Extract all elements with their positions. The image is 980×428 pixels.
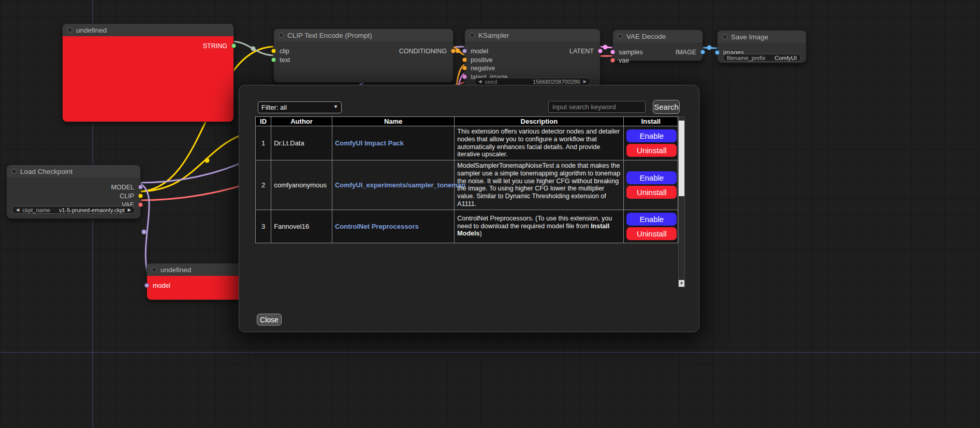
positive-input-dot[interactable] [462, 57, 467, 62]
string-output-label: STRING [203, 42, 227, 50]
filename-prefix-widget[interactable]: filename_prefix ComfyUI [723, 54, 801, 62]
filter-select[interactable]: Filter: all [258, 101, 342, 113]
latent-output-dot[interactable] [598, 49, 603, 53]
collapse-icon[interactable] [67, 27, 72, 33]
scroll-down-arrow-icon[interactable]: ▼ [679, 280, 684, 287]
table-scrollbar[interactable]: ▼ [678, 116, 685, 287]
scrollbar-thumb[interactable] [679, 121, 684, 196]
node-title-bar[interactable]: Load Checkpoint [7, 165, 140, 178]
extension-name-link[interactable]: ComfyUI Impact Pack [335, 139, 404, 147]
model-output-label: MODEL [111, 184, 134, 191]
node-title-bar[interactable]: KSampler [465, 29, 600, 41]
node-graph-canvas[interactable]: undefined STRING CLIP Text Encode (Promp… [0, 0, 980, 428]
node-undefined-top[interactable]: undefined STRING [62, 23, 234, 122]
vae-input-dot[interactable] [610, 58, 615, 63]
model-input-label: model [153, 282, 170, 289]
vae-output-dot[interactable] [138, 202, 143, 207]
collapse-icon[interactable] [152, 267, 157, 272]
arrow-right-icon[interactable]: ▶ [583, 80, 587, 84]
images-input-dot[interactable] [715, 50, 720, 55]
string-output-slot: STRING [63, 42, 233, 50]
extension-id: 3 [256, 210, 271, 243]
collapse-icon[interactable] [722, 34, 727, 39]
node-title-text: undefined [160, 266, 191, 274]
header-author: Author [271, 117, 332, 126]
description-text: ControlNet Preprocessors. (To use this e… [457, 215, 612, 230]
node-clip-text-encode[interactable]: CLIP Text Encode (Prompt) clip text COND… [273, 28, 454, 83]
search-button[interactable]: Search [653, 100, 680, 114]
enable-button[interactable]: Enable [626, 171, 677, 184]
latent-output-label: LATENT [569, 48, 594, 55]
arrow-left-icon[interactable]: ◀ [16, 208, 19, 212]
uninstall-button[interactable]: Uninstall [626, 186, 677, 199]
conditioning-output-dot[interactable] [451, 49, 456, 53]
extension-install-cell: Enable Uninstall [624, 126, 678, 160]
node-load-checkpoint[interactable]: Load Checkpoint MODEL CLIP VAE ◀ ckpt_na… [6, 165, 141, 219]
wire-midpoint-dot [603, 45, 608, 50]
enable-button[interactable]: Enable [626, 213, 677, 226]
node-title-bar[interactable]: VAE Decode [613, 30, 703, 42]
node-title-bar[interactable]: Save Image [718, 31, 806, 43]
wire-midpoint-dot [456, 49, 460, 53]
ckpt-name-value: v1-5-pruned-emaonly.ckpt [53, 207, 125, 213]
collapse-icon[interactable] [279, 33, 284, 38]
node-ksampler[interactable]: KSampler model positive negative latent_… [464, 28, 601, 87]
positive-input-slot: positive [465, 56, 600, 64]
clip-output-slot: CLIP [7, 192, 140, 200]
negative-input-label: negative [471, 65, 495, 72]
description-text: ModelSamplerTonemapNoiseTest a node that… [457, 162, 620, 208]
extension-description: ModelSamplerTonemapNoiseTest a node that… [455, 160, 624, 210]
model-input-dot[interactable] [144, 283, 149, 288]
extension-name-link[interactable]: ComfyUI_experiments/sampler_tonemap [335, 181, 465, 189]
node-title-text: VAE Decode [626, 33, 666, 40]
ckpt-name-widget[interactable]: ◀ ckpt_name v1-5-pruned-emaonly.ckpt ▶ [12, 206, 135, 214]
arrow-left-icon[interactable]: ◀ [478, 80, 481, 84]
model-output-dot[interactable] [138, 185, 143, 189]
extension-id: 2 [256, 160, 271, 210]
collapse-icon[interactable] [11, 169, 17, 174]
seed-widget-label: seed [485, 79, 497, 85]
wire-midpoint-dot [251, 47, 256, 51]
node-title-text: KSampler [478, 32, 509, 39]
enable-button[interactable]: Enable [626, 129, 677, 142]
node-title-text: Save Image [731, 33, 768, 41]
node-title-bar[interactable]: undefined [63, 24, 233, 36]
node-vae-decode[interactable]: VAE Decode samples vae IMAGE [612, 29, 703, 61]
wire-midpoint-dot [205, 158, 210, 163]
extension-install-cell: Enable Uninstall [624, 160, 678, 210]
extension-install-cell: Enable Uninstall [624, 210, 678, 243]
header-name: Name [332, 117, 454, 126]
node-save-image[interactable]: Save Image images filename_prefix ComfyU… [717, 30, 807, 63]
node-title-text: Load Checkpoint [20, 168, 72, 175]
arrow-right-icon[interactable]: ▶ [128, 208, 131, 212]
clip-output-label: CLIP [120, 193, 134, 200]
model-output-slot: MODEL [7, 183, 140, 191]
node-title-bar[interactable]: CLIP Text Encode (Prompt) [274, 29, 453, 41]
negative-input-dot[interactable] [462, 66, 467, 70]
header-id: ID [256, 117, 271, 126]
uninstall-button[interactable]: Uninstall [626, 227, 677, 240]
extension-name-link[interactable]: ControlNet Preprocessors [335, 223, 419, 230]
manager-dialog: Filter: all ▼ Search ID Author Name Desc… [239, 85, 699, 332]
collapse-icon[interactable] [618, 34, 623, 39]
wire-midpoint-dot [707, 46, 712, 50]
string-output-dot[interactable] [231, 43, 236, 48]
image-output-dot[interactable] [700, 50, 705, 54]
extension-row: 2 comfyanonymous ComfyUI_experiments/sam… [256, 160, 678, 210]
seed-widget[interactable]: ◀ seed 156680208700286 ▶ [474, 78, 591, 85]
node-title-text: undefined [76, 26, 107, 34]
filename-prefix-value: ComfyUI [769, 55, 797, 61]
node-title-text: CLIP Text Encode (Prompt) [287, 32, 372, 39]
clip-output-dot[interactable] [138, 194, 143, 198]
search-input[interactable] [548, 101, 646, 113]
vae-input-slot: vae [613, 56, 703, 65]
filter-select-wrap: Filter: all ▼ [258, 101, 342, 113]
filename-prefix-label: filename_prefix [727, 55, 766, 61]
text-input-dot[interactable] [271, 57, 276, 62]
description-text: This extension offers various detector n… [457, 128, 620, 158]
extension-id: 1 [256, 126, 271, 160]
close-button[interactable]: Close [257, 314, 282, 326]
latent-image-input-dot[interactable] [462, 75, 467, 79]
collapse-icon[interactable] [470, 33, 475, 38]
uninstall-button[interactable]: Uninstall [626, 144, 677, 157]
